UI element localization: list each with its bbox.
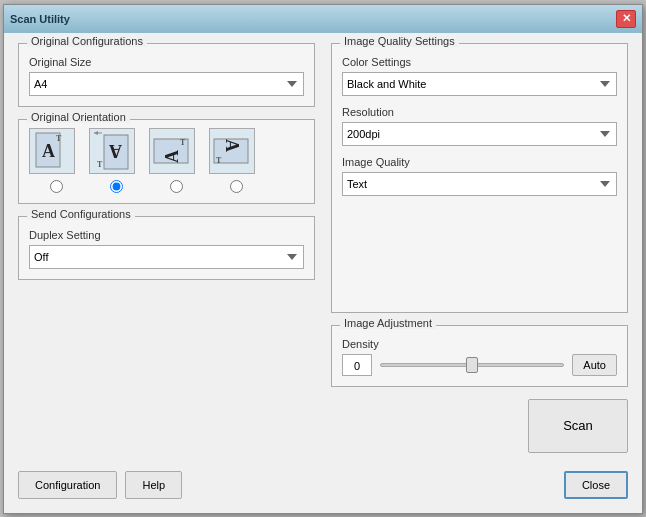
bottom-right-buttons: Close — [564, 471, 628, 499]
resolution-select[interactable]: 200dpi 300dpi 400dpi 600dpi — [342, 122, 617, 146]
portrait-flip-svg: A T — [92, 131, 132, 171]
radio-wrap-landscape-flip — [213, 180, 259, 193]
radio-wrap-portrait-flip — [93, 180, 139, 193]
svg-text:T: T — [97, 160, 103, 169]
resolution-label: Resolution — [342, 106, 617, 118]
original-size-label: Original Size — [29, 56, 304, 68]
right-panel: Image Quality Settings Color Settings Bl… — [331, 43, 628, 463]
portrait-svg: A T — [32, 131, 72, 171]
image-adjustment-group: Image Adjustment Density 0 Auto — [331, 325, 628, 387]
scan-button[interactable]: Scan — [528, 399, 628, 453]
main-content: Original Configurations Original Size A4… — [4, 33, 642, 513]
color-settings-select[interactable]: Black and White Color Grayscale — [342, 72, 617, 96]
right-panel-inner: Image Quality Settings Color Settings Bl… — [331, 43, 628, 463]
send-config-group: Send Configurations Duplex Setting Off L… — [18, 216, 315, 280]
send-config-title: Send Configurations — [27, 208, 135, 220]
help-button[interactable]: Help — [125, 471, 182, 499]
density-slider-track[interactable] — [380, 363, 564, 367]
density-label: Density — [342, 338, 617, 350]
orientation-group: Original Orientation A T — [18, 119, 315, 204]
image-quality-select[interactable]: Text Photo Mixed — [342, 172, 617, 196]
sections-container: Original Configurations Original Size A4… — [18, 43, 628, 463]
svg-text:T: T — [180, 138, 186, 147]
svg-text:T: T — [216, 156, 222, 165]
orientation-radio-portrait[interactable] — [50, 180, 63, 193]
svg-text:A: A — [109, 141, 122, 161]
close-window-button[interactable]: ✕ — [616, 10, 636, 28]
configuration-button[interactable]: Configuration — [18, 471, 117, 499]
orientation-icon-portrait-flip: A T — [89, 128, 135, 174]
orientation-title: Original Orientation — [27, 111, 130, 123]
radio-wrap-landscape — [153, 180, 199, 193]
image-quality-label: Image Quality — [342, 156, 617, 168]
landscape-svg: A T — [152, 131, 192, 171]
density-row: 0 Auto — [342, 354, 617, 376]
orientation-radio-row — [29, 180, 304, 193]
orientation-icon-landscape-flip: A T — [209, 128, 255, 174]
orientation-radio-landscape[interactable] — [170, 180, 183, 193]
bottom-left-buttons: Configuration Help — [18, 471, 182, 499]
title-bar: Scan Utility ✕ — [4, 5, 642, 33]
original-config-title: Original Configurations — [27, 35, 147, 47]
image-quality-group: Image Quality Settings Color Settings Bl… — [331, 43, 628, 313]
bottom-bar: Configuration Help Close — [18, 463, 628, 503]
main-window: Scan Utility ✕ Original Configurations O… — [3, 4, 643, 514]
orientation-icon-portrait: A T — [29, 128, 75, 174]
landscape-flip-svg: A T — [212, 131, 252, 171]
window-title: Scan Utility — [10, 13, 70, 25]
orientation-radio-landscape-flip[interactable] — [230, 180, 243, 193]
auto-button[interactable]: Auto — [572, 354, 617, 376]
orientation-icon-landscape: A T — [149, 128, 195, 174]
scan-area: Scan — [331, 399, 628, 463]
image-adjustment-title: Image Adjustment — [340, 317, 436, 329]
left-panel: Original Configurations Original Size A4… — [18, 43, 315, 463]
original-size-select[interactable]: A4 A3 Letter Legal — [29, 72, 304, 96]
svg-text:A: A — [162, 150, 182, 163]
original-config-group: Original Configurations Original Size A4… — [18, 43, 315, 107]
image-quality-title: Image Quality Settings — [340, 35, 459, 47]
close-button[interactable]: Close — [564, 471, 628, 499]
radio-wrap-portrait — [33, 180, 79, 193]
color-settings-label: Color Settings — [342, 56, 617, 68]
density-value: 0 — [342, 354, 372, 376]
duplex-select[interactable]: Off Long Edge Short Edge — [29, 245, 304, 269]
duplex-label: Duplex Setting — [29, 229, 304, 241]
orientation-icons-row: A T A T — [29, 128, 304, 174]
svg-text:A: A — [222, 139, 242, 152]
svg-text:A: A — [42, 141, 55, 161]
orientation-radio-portrait-flip[interactable] — [110, 180, 123, 193]
density-slider-thumb[interactable] — [466, 357, 478, 373]
svg-text:T: T — [56, 134, 62, 143]
